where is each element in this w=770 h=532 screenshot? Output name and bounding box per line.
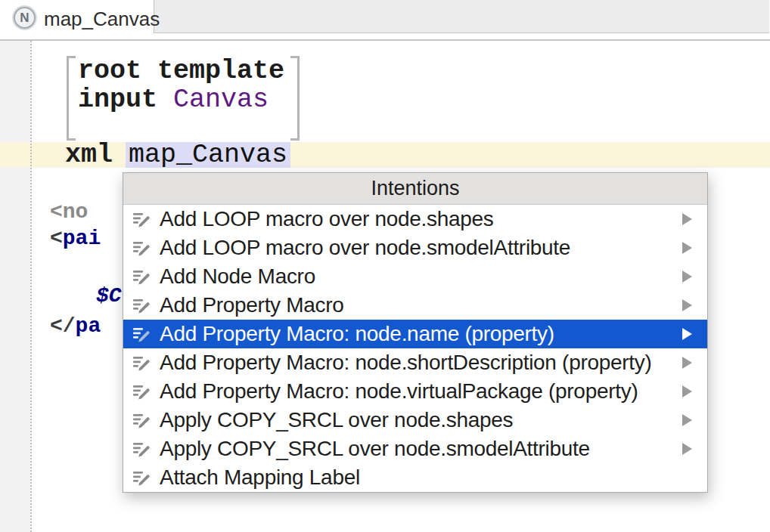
menu-item[interactable]: Attach Mapping Label [123,463,707,492]
submenu-arrow-icon [682,242,692,254]
tab-strip-empty-area [154,0,769,33]
intention-pencil-icon [132,382,152,401]
submenu-arrow-icon [682,271,692,283]
menu-item[interactable]: Add LOOP macro over node.shapes [123,205,707,234]
code-fragment-open-tag[interactable]: <pai [50,227,101,250]
intention-pencil-icon [132,210,152,228]
intention-pencil-icon [132,296,152,314]
menu-item[interactable]: Add Property Macro [123,291,707,320]
menu-item[interactable]: Add Property Macro: node.name (property) [123,320,707,348]
submenu-arrow-icon [682,328,692,340]
menu-item-label: Add Node Macro [160,264,315,289]
menu-item-label: Add LOOP macro over node.shapes [160,207,494,231]
tag-name: pai [63,227,101,250]
menu-item[interactable]: Apply COPY_SRCL over node.shapes [123,406,707,435]
menu-item-label: Add Property Macro: node.shortDescriptio… [160,351,651,375]
tag-bracket: </ [50,314,76,338]
selected-cell-map-canvas[interactable]: map_Canvas [126,142,290,168]
intention-pencil-icon [132,268,152,286]
editor-tab-bar: N map_Canvas [0,0,770,41]
menu-item[interactable]: Apply COPY_SRCL over node.smodelAttribut… [123,435,707,463]
menu-item-label: Apply COPY_SRCL over node.smodelAttribut… [160,437,590,461]
tab-title: map_Canvas [44,8,160,31]
submenu-arrow-icon [682,443,692,455]
mps-editor-window: N map_Canvas root template inputCanvas x… [0,0,770,532]
block-bracket-right-icon [290,56,300,141]
block-bracket-left-icon [67,56,76,141]
intention-pencil-icon [132,411,152,429]
input-concept-line[interactable]: inputCanvas [78,85,269,114]
menu-item[interactable]: Add Node Macro [123,262,707,291]
submenu-arrow-icon [682,299,692,311]
intention-pencil-icon [132,440,152,458]
menu-item-label: Add LOOP macro over node.smodelAttribute [160,236,570,260]
intentions-popup: Intentions Add LOOP macro over node.shap… [123,172,708,493]
submenu-arrow-icon [682,357,692,369]
menu-item-label: Attach Mapping Label [160,466,360,490]
xml-root-line[interactable]: xmlmap_Canvas [65,142,287,168]
code-fragment-node-tag[interactable]: <no [50,201,88,224]
tag-name: pa [76,314,101,338]
menu-item[interactable]: Add LOOP macro over node.smodelAttribute [123,234,707,262]
root-template-keyword[interactable]: root template [78,57,284,85]
node-concept-icon: N [14,7,36,29]
menu-item-label: Add Property Macro: node.virtualPackage … [160,379,638,404]
menu-item[interactable]: Add Property Macro: node.shortDescriptio… [123,348,707,377]
intentions-list: Add LOOP macro over node.shapes Add LOOP… [123,205,707,492]
submenu-arrow-icon [682,385,692,397]
tag-bracket: < [50,227,63,250]
input-keyword: input [78,85,157,115]
xml-keyword: xml [65,140,113,170]
intention-pencil-icon [132,239,152,257]
gutter-separator-line [30,41,32,532]
code-fragment-macro[interactable]: $C [96,285,122,308]
menu-item[interactable]: Add Property Macro: node.virtualPackage … [123,377,707,406]
menu-item-label: Add Property Macro [160,293,344,317]
editor-gutter [0,41,30,532]
menu-item-label: Apply COPY_SRCL over node.shapes [160,408,513,432]
tab-map-canvas[interactable]: N map_Canvas [0,0,154,39]
submenu-arrow-icon [682,414,692,426]
submenu-arrow-icon [682,213,692,225]
intention-pencil-icon [132,354,152,372]
code-fragment-close-tag[interactable]: </pa [50,315,101,338]
intention-pencil-icon [132,325,152,343]
input-concept-name[interactable]: Canvas [173,85,269,115]
intention-pencil-icon [132,469,152,487]
menu-item-label: Add Property Macro: node.name (property) [160,322,554,346]
intentions-popup-title: Intentions [123,173,707,205]
